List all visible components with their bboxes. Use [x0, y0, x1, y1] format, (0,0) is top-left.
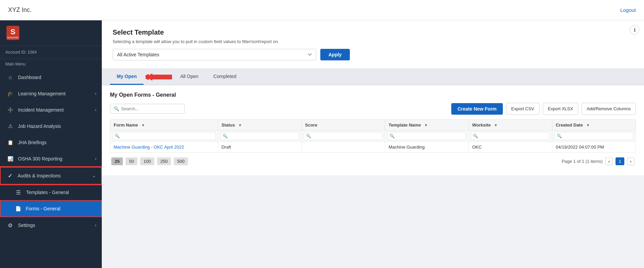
page-size-500[interactable]: 500	[174, 157, 188, 165]
page-size-250[interactable]: 250	[157, 157, 171, 165]
filter-worksite[interactable]	[471, 132, 550, 140]
chevron-right-icon: ›	[95, 223, 96, 228]
panel-title: Select Template	[113, 28, 633, 36]
pagination-bar: 25 50 100 250 500 Page 1 of 1 (1 items) …	[110, 154, 636, 169]
tabs-bar: My Open All Open Co	[102, 69, 644, 85]
template-icon	[15, 189, 22, 196]
template-select-row: All Active Templates Apply	[113, 49, 633, 60]
logout-button[interactable]: Logout	[620, 7, 636, 13]
create-new-form-button[interactable]: Create New Form	[451, 103, 503, 115]
main-content: Select Template Selecting a template wil…	[102, 20, 644, 268]
filter-icon[interactable]: ▼	[586, 123, 590, 127]
export-csv-button[interactable]: Export CSV	[506, 103, 539, 115]
forms-area: My Open All Open Co	[102, 69, 644, 268]
template-select[interactable]: All Active Templates	[113, 49, 316, 60]
sidebar-label-audits: Audits & Inspections	[18, 173, 92, 178]
svg-text:SafetySkills: SafetySkills	[7, 37, 19, 39]
filter-template-name[interactable]	[387, 132, 466, 140]
page-size-100[interactable]: 100	[140, 157, 154, 165]
top-header: XYZ Inc. Logout	[0, 0, 644, 20]
account-id: Account ID: 1064	[0, 46, 102, 59]
col-template-name: Template Name ▼	[385, 120, 469, 131]
col-worksite: Worksite ▼	[469, 120, 552, 131]
filter-icon[interactable]: ▼	[494, 123, 498, 127]
info-icon-button[interactable]: ℹ	[630, 25, 639, 35]
filter-icon[interactable]: ▼	[141, 123, 145, 127]
search-box: 🔍	[110, 104, 185, 114]
filter-created-date[interactable]	[554, 132, 633, 140]
tab-completed[interactable]: Completed	[207, 69, 243, 85]
current-page-button[interactable]: 1	[615, 157, 624, 165]
forms-content: My Open Forms - General 🔍 Create New For…	[102, 85, 644, 175]
main-layout: S SafetySkills Account ID: 1064 Main Men…	[0, 20, 644, 268]
sidebar: S SafetySkills Account ID: 1064 Main Men…	[0, 20, 102, 268]
col-created-date: Created Date ▼	[552, 120, 636, 131]
filter-status[interactable]	[220, 132, 299, 140]
filter-score[interactable]	[304, 132, 383, 140]
forms-section-title: My Open Forms - General	[110, 92, 636, 98]
table-row: Machine Guarding - OKC April 2022 Draft …	[110, 142, 636, 153]
jha-icon	[6, 122, 14, 130]
page-info: Page 1 of 1 (1 items)	[562, 159, 603, 164]
filter-form-name[interactable]	[112, 132, 216, 140]
sidebar-label-briefings: JHA Briefings	[18, 140, 96, 145]
tab-my-open[interactable]: My Open	[110, 69, 144, 85]
cell-created-date: 04/19/2022 04:07:00 PM	[552, 142, 636, 153]
sidebar-item-audits-inspections[interactable]: Audits & Inspections ⌄	[0, 167, 102, 185]
prev-page-button[interactable]: ‹	[605, 157, 613, 165]
briefing-icon	[6, 139, 14, 146]
panel-description: Selecting a template will allow you to p…	[113, 39, 633, 44]
col-form-name: Form Name ▼	[110, 120, 218, 131]
search-icon: 🔍	[114, 106, 119, 111]
search-input[interactable]	[121, 106, 181, 111]
filter-icon[interactable]: ▼	[424, 123, 428, 127]
sidebar-item-forms-general[interactable]: Forms - General	[0, 200, 102, 217]
sidebar-label-osha: OSHA 300 Reporting	[18, 156, 95, 161]
col-score: Score	[301, 120, 385, 131]
incident-icon	[6, 106, 14, 114]
page-navigation: Page 1 of 1 (1 items) ‹ 1 ›	[562, 157, 634, 165]
sidebar-label-learning: Learning Management	[18, 91, 95, 96]
safety-skills-logo: S SafetySkills	[5, 24, 20, 41]
sidebar-item-templates-general[interactable]: Templates - General	[0, 185, 102, 200]
info-icon: ℹ	[634, 27, 636, 33]
cell-worksite: OKC	[469, 142, 552, 153]
sidebar-item-dashboard[interactable]: Dashboard	[0, 69, 102, 85]
sidebar-item-incident-management[interactable]: Incident Management ›	[0, 102, 102, 118]
next-page-button[interactable]: ›	[627, 157, 634, 165]
form-name-link[interactable]: Machine Guarding - OKC April 2022	[114, 145, 184, 150]
chevron-down-icon: ⌄	[92, 173, 96, 178]
col-status: Status ▼	[218, 120, 301, 131]
cell-status: Draft	[218, 142, 301, 153]
sidebar-item-jha-briefings[interactable]: JHA Briefings	[0, 134, 102, 151]
sidebar-label-templates: Templates - General	[26, 190, 96, 195]
svg-text:S: S	[11, 27, 16, 36]
export-xlsx-button[interactable]: Export XLSX	[543, 103, 578, 115]
cell-form-name: Machine Guarding - OKC April 2022	[110, 142, 218, 153]
sidebar-label-settings: Settings	[18, 223, 95, 228]
filter-icon[interactable]: ▼	[238, 123, 242, 127]
apply-button[interactable]: Apply	[320, 49, 350, 60]
sidebar-item-settings[interactable]: Settings ›	[0, 217, 102, 233]
main-menu-label: Main Menu	[0, 59, 102, 69]
cell-template-name: Machine Guarding	[385, 142, 469, 153]
chevron-right-icon: ›	[95, 91, 96, 96]
svg-marker-5	[146, 73, 172, 81]
page-size-25[interactable]: 25	[111, 157, 123, 165]
chevron-right-icon: ›	[95, 156, 96, 161]
chevron-right-icon: ›	[95, 108, 96, 112]
home-icon	[6, 74, 14, 81]
page-size-50[interactable]: 50	[126, 157, 137, 165]
forms-toolbar: 🔍 Create New Form Export CSV Export XLSX…	[110, 103, 636, 115]
sidebar-label-jha: Job Hazard Analysis	[18, 123, 96, 129]
sidebar-item-learning-management[interactable]: Learning Management ›	[0, 85, 102, 102]
add-remove-columns-button[interactable]: Add/Remove Columns	[582, 103, 636, 115]
sidebar-item-job-hazard-analysis[interactable]: Job Hazard Analysis	[0, 118, 102, 134]
tab-all-open[interactable]: All Open	[173, 69, 205, 85]
select-template-panel: Select Template Selecting a template wil…	[102, 20, 644, 69]
forms-table: Form Name ▼ Status ▼ Score Tem	[110, 119, 636, 153]
sidebar-item-osha-reporting[interactable]: OSHA 300 Reporting ›	[0, 151, 102, 167]
sidebar-label-dashboard: Dashboard	[18, 75, 96, 80]
audit-icon	[6, 172, 14, 179]
forms-icon	[14, 205, 22, 212]
